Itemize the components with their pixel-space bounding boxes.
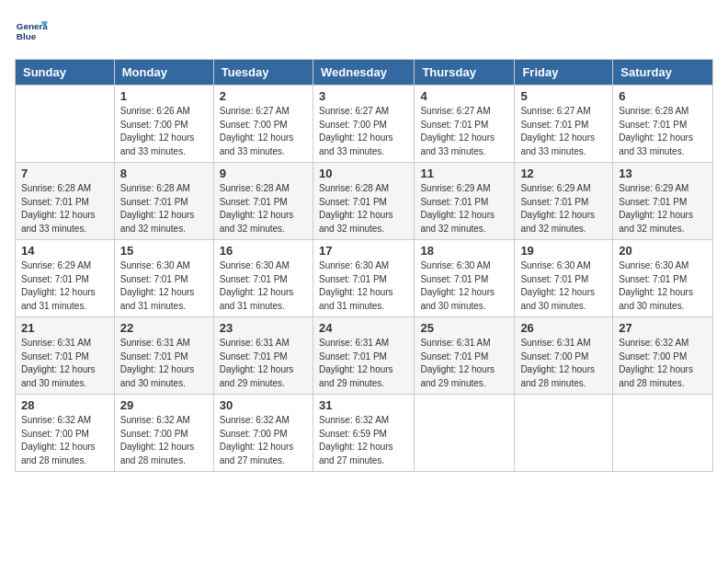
calendar-week-row: 14Sunrise: 6:29 AM Sunset: 7:01 PM Dayli… (16, 240, 713, 317)
day-number: 23 (220, 321, 307, 335)
day-number: 28 (21, 398, 108, 412)
calendar-header-tuesday: Tuesday (213, 60, 313, 86)
day-number: 31 (319, 398, 408, 412)
logo-icon: General Blue (15, 15, 48, 48)
day-number: 16 (220, 244, 307, 258)
day-info: Sunrise: 6:30 AM Sunset: 7:01 PM Dayligh… (319, 259, 408, 313)
day-info: Sunrise: 6:27 AM Sunset: 7:00 PM Dayligh… (319, 105, 408, 158)
day-number: 8 (120, 167, 208, 180)
day-info: Sunrise: 6:32 AM Sunset: 7:00 PM Dayligh… (619, 337, 707, 390)
day-info: Sunrise: 6:29 AM Sunset: 7:01 PM Dayligh… (619, 182, 707, 236)
calendar-cell: 14Sunrise: 6:29 AM Sunset: 7:01 PM Dayli… (16, 240, 115, 317)
day-number: 24 (319, 321, 408, 335)
calendar-cell: 29Sunrise: 6:32 AM Sunset: 7:00 PM Dayli… (114, 395, 213, 472)
day-info: Sunrise: 6:30 AM Sunset: 7:01 PM Dayligh… (619, 259, 707, 313)
day-info: Sunrise: 6:32 AM Sunset: 7:00 PM Dayligh… (120, 414, 208, 467)
day-info: Sunrise: 6:31 AM Sunset: 7:00 PM Dayligh… (520, 337, 607, 390)
day-info: Sunrise: 6:27 AM Sunset: 7:00 PM Dayligh… (220, 105, 307, 158)
day-number: 10 (319, 167, 408, 180)
calendar-cell: 15Sunrise: 6:30 AM Sunset: 7:01 PM Dayli… (114, 240, 213, 317)
day-info: Sunrise: 6:31 AM Sunset: 7:01 PM Dayligh… (420, 337, 508, 390)
day-info: Sunrise: 6:30 AM Sunset: 7:01 PM Dayligh… (420, 259, 508, 313)
day-number: 15 (120, 244, 208, 258)
calendar-header-thursday: Thursday (415, 60, 515, 86)
calendar-cell (16, 86, 115, 163)
day-info: Sunrise: 6:29 AM Sunset: 7:01 PM Dayligh… (520, 182, 607, 236)
day-info: Sunrise: 6:27 AM Sunset: 7:01 PM Dayligh… (420, 105, 508, 158)
day-number: 4 (420, 89, 508, 103)
calendar-cell: 7Sunrise: 6:28 AM Sunset: 7:01 PM Daylig… (16, 163, 115, 240)
day-number: 5 (520, 89, 607, 103)
day-info: Sunrise: 6:31 AM Sunset: 7:01 PM Dayligh… (220, 337, 307, 390)
calendar-cell: 2Sunrise: 6:27 AM Sunset: 7:00 PM Daylig… (213, 86, 313, 163)
day-info: Sunrise: 6:31 AM Sunset: 7:01 PM Dayligh… (319, 337, 408, 390)
day-number: 9 (220, 167, 307, 180)
calendar-week-row: 7Sunrise: 6:28 AM Sunset: 7:01 PM Daylig… (16, 163, 713, 240)
day-info: Sunrise: 6:30 AM Sunset: 7:01 PM Dayligh… (220, 259, 307, 313)
day-number: 29 (120, 398, 208, 412)
day-number: 12 (520, 167, 607, 180)
calendar-cell: 17Sunrise: 6:30 AM Sunset: 7:01 PM Dayli… (313, 240, 414, 317)
day-info: Sunrise: 6:28 AM Sunset: 7:01 PM Dayligh… (319, 182, 408, 236)
calendar-header-monday: Monday (114, 60, 213, 86)
day-number: 7 (21, 167, 108, 180)
calendar-cell: 22Sunrise: 6:31 AM Sunset: 7:01 PM Dayli… (114, 317, 213, 395)
calendar-cell (613, 395, 713, 472)
day-info: Sunrise: 6:29 AM Sunset: 7:01 PM Dayligh… (21, 259, 108, 313)
calendar-header-sunday: Sunday (16, 60, 115, 86)
calendar-week-row: 21Sunrise: 6:31 AM Sunset: 7:01 PM Dayli… (16, 317, 713, 395)
calendar-cell: 27Sunrise: 6:32 AM Sunset: 7:00 PM Dayli… (613, 317, 713, 395)
day-number: 3 (319, 89, 408, 103)
day-number: 1 (120, 89, 208, 103)
calendar-cell: 20Sunrise: 6:30 AM Sunset: 7:01 PM Dayli… (613, 240, 713, 317)
calendar-cell: 10Sunrise: 6:28 AM Sunset: 7:01 PM Dayli… (313, 163, 414, 240)
calendar-cell: 16Sunrise: 6:30 AM Sunset: 7:01 PM Dayli… (213, 240, 313, 317)
day-number: 6 (619, 89, 707, 103)
calendar-cell: 31Sunrise: 6:32 AM Sunset: 6:59 PM Dayli… (313, 395, 414, 472)
calendar-cell: 9Sunrise: 6:28 AM Sunset: 7:01 PM Daylig… (213, 163, 313, 240)
calendar-week-row: 28Sunrise: 6:32 AM Sunset: 7:00 PM Dayli… (16, 395, 713, 472)
day-info: Sunrise: 6:32 AM Sunset: 6:59 PM Dayligh… (319, 414, 408, 467)
calendar-cell: 13Sunrise: 6:29 AM Sunset: 7:01 PM Dayli… (613, 163, 713, 240)
calendar-cell: 3Sunrise: 6:27 AM Sunset: 7:00 PM Daylig… (313, 86, 414, 163)
calendar-cell: 18Sunrise: 6:30 AM Sunset: 7:01 PM Dayli… (415, 240, 515, 317)
calendar-cell: 28Sunrise: 6:32 AM Sunset: 7:00 PM Dayli… (16, 395, 115, 472)
day-number: 25 (420, 321, 508, 335)
day-number: 22 (120, 321, 208, 335)
day-info: Sunrise: 6:28 AM Sunset: 7:01 PM Dayligh… (220, 182, 307, 236)
day-info: Sunrise: 6:32 AM Sunset: 7:00 PM Dayligh… (21, 414, 108, 467)
calendar-cell: 19Sunrise: 6:30 AM Sunset: 7:01 PM Dayli… (515, 240, 613, 317)
calendar-cell: 5Sunrise: 6:27 AM Sunset: 7:01 PM Daylig… (515, 86, 613, 163)
day-number: 30 (220, 398, 307, 412)
calendar-cell: 4Sunrise: 6:27 AM Sunset: 7:01 PM Daylig… (415, 86, 515, 163)
calendar-cell: 1Sunrise: 6:26 AM Sunset: 7:00 PM Daylig… (114, 86, 213, 163)
calendar-cell: 23Sunrise: 6:31 AM Sunset: 7:01 PM Dayli… (213, 317, 313, 395)
day-number: 2 (220, 89, 307, 103)
calendar-week-row: 1Sunrise: 6:26 AM Sunset: 7:00 PM Daylig… (16, 86, 713, 163)
day-info: Sunrise: 6:28 AM Sunset: 7:01 PM Dayligh… (120, 182, 208, 236)
day-info: Sunrise: 6:27 AM Sunset: 7:01 PM Dayligh… (520, 105, 607, 158)
calendar-cell: 25Sunrise: 6:31 AM Sunset: 7:01 PM Dayli… (415, 317, 515, 395)
logo: General Blue (15, 15, 48, 48)
calendar-cell: 21Sunrise: 6:31 AM Sunset: 7:01 PM Dayli… (16, 317, 115, 395)
calendar-cell: 30Sunrise: 6:32 AM Sunset: 7:00 PM Dayli… (213, 395, 313, 472)
calendar-header-row: SundayMondayTuesdayWednesdayThursdayFrid… (16, 60, 713, 86)
calendar-cell: 24Sunrise: 6:31 AM Sunset: 7:01 PM Dayli… (313, 317, 414, 395)
day-number: 17 (319, 244, 408, 258)
calendar-header-saturday: Saturday (613, 60, 713, 86)
day-info: Sunrise: 6:31 AM Sunset: 7:01 PM Dayligh… (21, 337, 108, 390)
day-number: 21 (21, 321, 108, 335)
header: General Blue (15, 15, 713, 48)
calendar-header-friday: Friday (515, 60, 613, 86)
day-number: 19 (520, 244, 607, 258)
calendar-cell: 26Sunrise: 6:31 AM Sunset: 7:00 PM Dayli… (515, 317, 613, 395)
day-info: Sunrise: 6:29 AM Sunset: 7:01 PM Dayligh… (420, 182, 508, 236)
day-number: 13 (619, 167, 707, 180)
calendar: SundayMondayTuesdayWednesdayThursdayFrid… (15, 59, 713, 472)
calendar-cell: 6Sunrise: 6:28 AM Sunset: 7:01 PM Daylig… (613, 86, 713, 163)
calendar-cell (515, 395, 613, 472)
day-info: Sunrise: 6:30 AM Sunset: 7:01 PM Dayligh… (120, 259, 208, 313)
day-info: Sunrise: 6:28 AM Sunset: 7:01 PM Dayligh… (21, 182, 108, 236)
day-info: Sunrise: 6:28 AM Sunset: 7:01 PM Dayligh… (619, 105, 707, 158)
calendar-cell: 8Sunrise: 6:28 AM Sunset: 7:01 PM Daylig… (114, 163, 213, 240)
